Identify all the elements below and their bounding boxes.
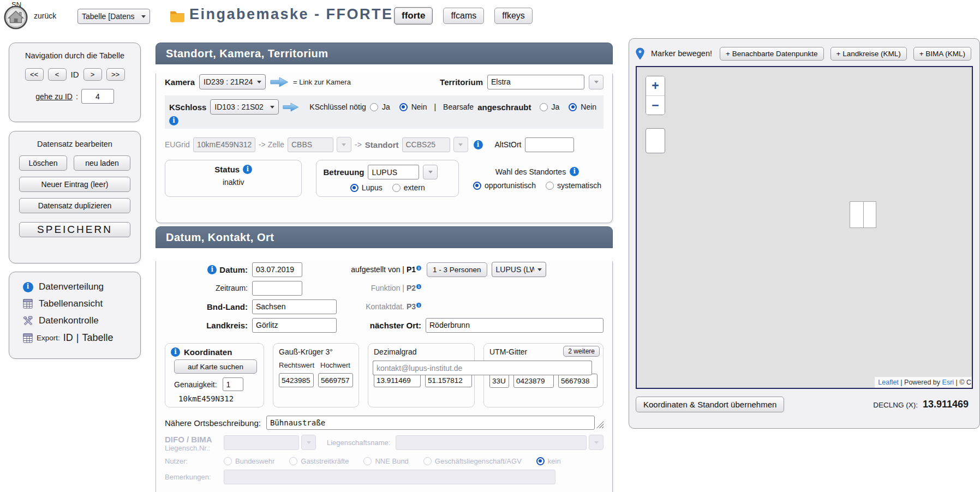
p1-select[interactable]: LUPUS (LW [492,262,546,277]
wahl-systematisch-radio[interactable] [546,182,554,190]
zeitraum-input[interactable] [252,281,302,296]
status-info-icon[interactable] [243,165,252,174]
goto-id-link[interactable]: gehe zu ID [35,92,73,101]
zoom-out-button[interactable]: − [646,95,665,115]
more-coords-button[interactable]: 2 weitere [563,346,600,357]
datum-info-icon[interactable] [207,265,217,274]
altstort-input[interactable] [525,137,574,152]
betreuung-dropdown-button[interactable] [423,165,438,179]
gk-col1: Rechtswert [279,361,315,369]
nutzer-gaststreitkraefte-radio [289,457,297,465]
rechtswert-input[interactable] [279,373,314,387]
link-tabellenansicht[interactable]: Tabellenansicht [22,298,140,309]
ort-input[interactable] [426,318,603,333]
personen-button[interactable]: 1 - 3 Personen [427,262,487,277]
ortsbeschreibung-input[interactable] [266,416,595,430]
genauigkeit-input[interactable] [223,377,243,391]
attribution-text: | Powered by [900,379,940,386]
wahl-opportunistisch-label: opportunistisch [485,181,536,190]
zone-input[interactable] [489,374,509,388]
neighbors-button[interactable]: + Benachbarte Datenpunkte [720,47,824,61]
status-value: inaktiv [172,178,295,187]
ostwert-input[interactable] [513,374,554,388]
p2-info-icon[interactable] [416,284,421,289]
kschloss-select[interactable]: ID103 : 21S02 [210,99,279,115]
goto-id-input[interactable] [81,89,114,104]
landkreis-input[interactable] [252,318,337,333]
link-datenkontrolle[interactable]: Datenkontrolle [22,315,140,326]
nav-prev-button[interactable]: < [48,68,67,81]
utm-title: UTM-Gitter [489,347,527,356]
standort-info-icon[interactable] [474,140,483,149]
nav-first-button[interactable]: << [25,68,44,81]
nav-last-button[interactable]: >> [106,68,125,81]
p1-info-icon[interactable] [416,266,421,271]
liegensch-nr-dropdown [301,435,316,450]
nordwert-input[interactable] [558,374,597,388]
koordinaten-info-icon[interactable] [171,347,180,357]
betreuung-lupus-radio[interactable] [350,184,358,192]
save-button[interactable]: SPEICHERN [19,222,130,237]
nutzer-option-label: Bundeswehr [235,457,274,465]
folder-icon [170,9,185,25]
kschluessel-ja-radio[interactable] [370,103,378,111]
app-button-fforte[interactable]: fforte [394,7,433,25]
camera-link-hint: = Link zur Kamera [293,78,351,86]
genauigkeit-label: Genauigkeit: [174,380,217,389]
hochwert-input[interactable] [318,373,353,387]
bearsafe-ja-radio[interactable] [540,103,548,111]
territorium-input[interactable] [487,75,584,89]
export-row: Export: ID | Tabelle [22,332,140,344]
kschluessel-nein-radio[interactable] [399,103,408,111]
karte-suchen-button[interactable]: auf Karte suchen [174,359,257,374]
p2-label: Funktion | [371,284,404,292]
betreuung-extern-radio[interactable] [392,184,401,192]
declng-label: DECLNG (X): [873,401,918,409]
reload-button[interactable]: neu laden [74,155,130,171]
landkreise-kml-button[interactable]: + Landkreise (KML) [830,47,907,61]
map-extra-control-button[interactable] [646,128,665,153]
koordinaten-box: Koordinaten auf Karte suchen Genauigkeit… [165,343,264,407]
delete-button[interactable]: Löschen [19,155,67,171]
camera-link-arrow-icon[interactable] [270,76,289,88]
kamera-select[interactable]: ID239 : 21R24 [199,74,266,89]
nutzer-geschaeftsliegenschaft-radio [423,457,432,465]
resize-grip-icon[interactable] [596,421,603,428]
leaflet-link[interactable]: Leaflet [878,379,899,386]
esri-link[interactable]: Esri [942,379,954,386]
link-datenverteilung[interactable]: Datenverteilung [22,281,140,292]
back-link[interactable]: zurück [34,11,56,20]
bima-kml-button[interactable]: + BIMA (KML) [913,47,971,61]
betreuung-input[interactable] [368,165,419,179]
apply-coordinates-button[interactable]: Koordinaten & Standort übernehmen [636,397,784,412]
nav-next-button[interactable]: > [83,68,102,81]
status-label: Status [214,165,240,174]
p3-info-icon[interactable] [416,303,421,308]
territorium-dropdown-button[interactable] [589,75,603,89]
zoom-in-button[interactable]: + [646,76,665,95]
wahl-standort-group: Wahl des Standortes opportunistisch syst… [473,160,601,197]
bearsafe-nein-radio[interactable] [569,103,577,111]
app-button-ffkeys[interactable]: ffkeys [494,8,533,24]
app-button-ffcams[interactable]: ffcams [443,8,484,24]
export-id-link[interactable]: ID [63,332,73,344]
wahl-info-icon[interactable] [570,167,579,176]
wahl-opportunistisch-radio[interactable] [473,182,481,190]
datum-label: Datum: [219,265,248,274]
standort-input [402,137,450,152]
bndland-input[interactable] [252,299,337,314]
duplicate-button[interactable]: Datensatz duplizieren [19,198,130,213]
p3-label: Kontaktdat. [366,302,404,311]
kamera-label: Kamera [165,77,195,87]
table-select[interactable]: Tabelle [Datens [77,9,150,24]
new-entry-button[interactable]: Neuer Eintrag (leer) [19,177,130,192]
nutzer-nne-bund-radio [363,457,372,465]
export-table-link[interactable]: Tabelle [82,332,113,344]
p3-input[interactable] [373,361,592,375]
datum-input[interactable] [252,262,302,277]
home-icon[interactable] [3,5,28,32]
kschloss-link-arrow-icon[interactable] [283,102,299,112]
map[interactable]: + − Leaflet | Powered by Esri | © C [636,66,973,389]
kschloss-info-icon[interactable] [169,116,178,125]
eugrid-label: EUGrid [165,140,190,149]
